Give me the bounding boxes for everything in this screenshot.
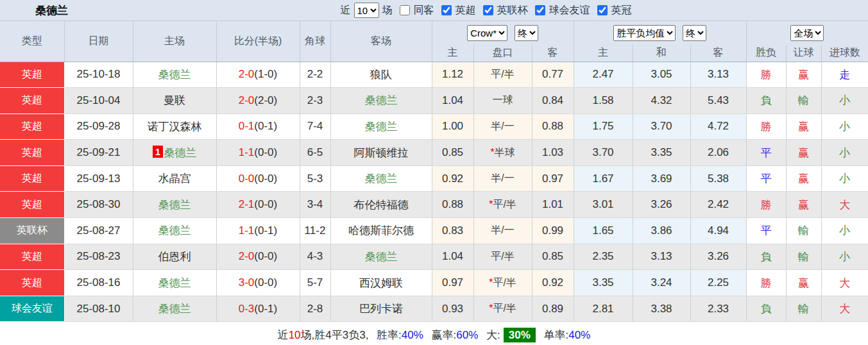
- home-team-cell[interactable]: 桑德兰: [133, 192, 216, 218]
- match-score[interactable]: 0-1(0-1): [216, 114, 300, 140]
- top-filter-bar: 桑德兰 近 10 场 同客 英超 英联杯 球会友谊 英冠: [0, 0, 868, 21]
- table-row: 球会友谊25-08-10桑德兰0-3(0-1)2-8巴列卡诺0.93*平/半0.…: [0, 296, 868, 322]
- home-team-name[interactable]: 桑德兰: [158, 224, 191, 237]
- away-team-name[interactable]: 布伦特福德: [354, 199, 409, 211]
- home-team-cell[interactable]: 桑德兰: [133, 296, 216, 322]
- handicap-star: *: [489, 277, 493, 288]
- away-team-cell[interactable]: 哈德斯菲尔德: [330, 218, 432, 244]
- away-team-name[interactable]: 桑德兰: [365, 251, 398, 263]
- table-row: 英超25-09-13水晶宫0-0(0-0)5-3桑德兰0.92半/一0.971.…: [0, 165, 868, 192]
- avg-odds-value: 3.35: [574, 270, 633, 296]
- away-team-name[interactable]: 哈德斯菲尔德: [348, 224, 414, 237]
- checkbox-efl-cup-label[interactable]: 英联杯: [497, 4, 528, 17]
- checkbox-efl-cup[interactable]: [483, 5, 493, 15]
- summary-winrate-value: 40%: [402, 329, 423, 341]
- avg-final-select[interactable]: 终: [683, 25, 706, 41]
- match-date: 25-10-18: [64, 62, 133, 88]
- away-team-name[interactable]: 桑德兰: [365, 121, 398, 133]
- summary-singlerate-label: 单率:: [544, 329, 569, 341]
- away-team-cell[interactable]: 阿斯顿维拉: [330, 140, 432, 166]
- fulltime-select[interactable]: 全场: [790, 25, 824, 41]
- odds-value: 0.88: [532, 114, 574, 140]
- home-team-name[interactable]: 诺丁汉森林: [148, 121, 202, 133]
- home-team-name[interactable]: 桑德兰: [164, 147, 196, 159]
- match-score[interactable]: 0-3(0-1): [216, 296, 300, 322]
- handicap-result: 輸: [786, 296, 821, 322]
- home-team-cell[interactable]: 伯恩利: [133, 244, 216, 270]
- away-team-cell[interactable]: 桑德兰: [330, 114, 432, 140]
- odds-value: 0.93: [432, 296, 473, 322]
- handicap-result: 輸: [786, 244, 821, 270]
- odds-final-select[interactable]: 终: [515, 25, 538, 41]
- away-team-name[interactable]: 桑德兰: [365, 94, 398, 106]
- handicap-star: *: [490, 147, 494, 158]
- summary-big-label: 大:: [486, 329, 500, 341]
- home-team-name[interactable]: 水晶宫: [158, 172, 191, 185]
- away-team-cell[interactable]: 布伦特福德: [330, 192, 432, 218]
- away-team-cell[interactable]: 西汉姆联: [330, 270, 432, 296]
- home-team-cell[interactable]: 水晶宫: [133, 165, 216, 192]
- home-team-cell[interactable]: 曼联: [133, 88, 216, 114]
- home-team-name[interactable]: 伯恩利: [158, 251, 191, 263]
- page-title: 桑德兰: [0, 3, 68, 18]
- match-score[interactable]: 2-0(0-0): [216, 244, 300, 270]
- home-team-name[interactable]: 桑德兰: [158, 277, 191, 289]
- avg-odds-group: 胜平负均值 终: [574, 21, 746, 45]
- avg-odds-value: 2.33: [690, 296, 746, 322]
- checkbox-premier-league-label[interactable]: 英超: [455, 4, 476, 17]
- avg-odds-value: 3.13: [690, 62, 746, 88]
- home-team-name[interactable]: 曼联: [164, 94, 185, 106]
- away-team-cell[interactable]: 巴列卡诺: [330, 296, 432, 322]
- avg-odds-value: 3.35: [633, 140, 690, 166]
- bookmaker-select[interactable]: Crow*: [467, 25, 507, 41]
- checkbox-same-away-label[interactable]: 同客: [414, 4, 434, 17]
- away-team-cell[interactable]: 桑德兰: [330, 88, 432, 114]
- avg-odds-value: 3.05: [633, 62, 690, 88]
- avg-odds-value: 3.01: [574, 192, 633, 218]
- col-header-away: 客场: [330, 21, 432, 62]
- checkbox-championship-label[interactable]: 英冠: [611, 4, 632, 17]
- checkbox-premier-league[interactable]: [441, 5, 452, 15]
- match-score[interactable]: 1-1(0-1): [216, 218, 300, 244]
- wdl-result: 勝: [746, 62, 786, 88]
- away-team-name[interactable]: 狼队: [370, 69, 392, 81]
- table-row: 英超25-09-211桑德兰1-1(0-0)6-5阿斯顿维拉0.85*半球1.0…: [0, 140, 868, 166]
- recent-count-select[interactable]: 10: [354, 3, 379, 18]
- match-score[interactable]: 1-1(0-0): [216, 140, 300, 166]
- away-team-cell[interactable]: 桑德兰: [330, 244, 432, 270]
- checkbox-championship[interactable]: [597, 5, 608, 15]
- home-team-cell[interactable]: 诺丁汉森林: [133, 114, 216, 140]
- away-team-cell[interactable]: 狼队: [330, 62, 432, 88]
- avg-odds-value: 3.26: [690, 244, 746, 270]
- avg-odds-type-select[interactable]: 胜平负均值: [613, 25, 676, 41]
- home-team-cell[interactable]: 桑德兰: [133, 218, 216, 244]
- handicap-value: *平/半: [473, 192, 532, 218]
- home-team-name[interactable]: 桑德兰: [158, 69, 191, 81]
- checkbox-club-friendly-label[interactable]: 球会友谊: [549, 4, 590, 17]
- away-team-name[interactable]: 桑德兰: [365, 172, 398, 185]
- away-team-name[interactable]: 阿斯顿维拉: [354, 147, 409, 159]
- away-team-cell[interactable]: 桑德兰: [330, 165, 432, 192]
- match-score[interactable]: 2-0(2-0): [216, 88, 300, 114]
- corner-score: 5-7: [300, 270, 330, 296]
- checkbox-club-friendly[interactable]: [535, 5, 545, 15]
- home-team-cell[interactable]: 桑德兰: [133, 270, 216, 296]
- handicap-result: 赢: [786, 165, 821, 192]
- goals-result: 小: [821, 218, 868, 244]
- match-score[interactable]: 2-0(1-0): [216, 62, 300, 88]
- match-score[interactable]: 2-1(0-0): [216, 192, 300, 218]
- match-date: 25-09-28: [64, 114, 133, 140]
- table-row: 英超25-08-23伯恩利2-0(0-0)4-3桑德兰1.04平/半0.852.…: [0, 244, 868, 270]
- match-score[interactable]: 0-0(0-0): [216, 165, 300, 192]
- home-team-name[interactable]: 桑德兰: [158, 199, 191, 211]
- match-score[interactable]: 3-0(0-0): [216, 270, 300, 296]
- away-team-name[interactable]: 西汉姆联: [359, 277, 403, 289]
- home-team-name[interactable]: 桑德兰: [158, 303, 191, 315]
- away-team-name[interactable]: 巴列卡诺: [359, 303, 403, 315]
- table-row: 英联杯25-08-27桑德兰1-1(0-1)11-2哈德斯菲尔德0.83半/一0…: [0, 218, 868, 244]
- odds-value: 1.12: [432, 62, 473, 88]
- home-team-cell[interactable]: 桑德兰: [133, 62, 216, 88]
- checkbox-same-away[interactable]: [400, 5, 410, 15]
- home-team-cell[interactable]: 1桑德兰: [133, 140, 216, 166]
- table-row: 英超25-09-28诺丁汉森林0-1(0-1)7-4桑德兰1.00半/一0.88…: [0, 114, 868, 140]
